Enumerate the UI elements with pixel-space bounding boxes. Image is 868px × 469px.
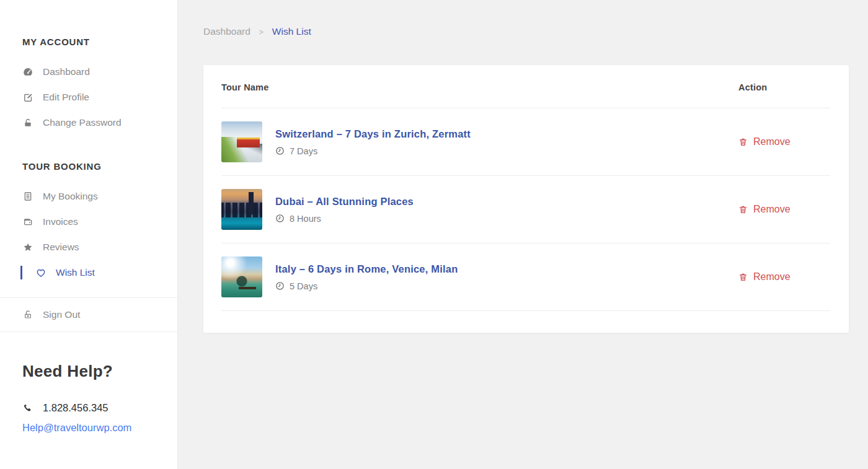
tour-info: Dubai – All Stunning Places 8 Hours — [275, 196, 738, 224]
tour-thumbnail-italy[interactable] — [221, 256, 262, 297]
tour-duration-text: 7 Days — [290, 146, 317, 156]
breadcrumb: Dashboard > Wish List — [203, 26, 849, 37]
remove-button-label: Remove — [753, 136, 790, 147]
account-sidebar: MY ACCOUNT Dashboard Edit Profile Change… — [0, 0, 178, 469]
column-header-action: Action — [738, 82, 830, 92]
star-icon — [22, 242, 33, 253]
sidebar-item-reviews[interactable]: Reviews — [22, 242, 177, 253]
sidebar-divider — [0, 331, 177, 332]
tour-title-link[interactable]: Switzerland – 7 Days in Zurich, Zermatt — [275, 128, 738, 140]
remove-button[interactable]: Remove — [738, 204, 830, 215]
sidebar-item-my-bookings[interactable]: My Bookings — [22, 191, 177, 202]
my-account-nav: Dashboard Edit Profile Change Password — [0, 66, 177, 128]
tour-duration-text: 8 Hours — [290, 214, 321, 224]
breadcrumb-dashboard-link[interactable]: Dashboard — [203, 26, 250, 37]
sidebar-item-label: Dashboard — [43, 66, 90, 77]
wallet-icon — [22, 216, 33, 227]
tour-booking-nav: My Bookings Invoices Reviews Wish List — [0, 191, 177, 278]
tour-duration: 8 Hours — [275, 214, 738, 224]
section-heading-tour-booking: TOUR BOOKING — [22, 161, 177, 172]
lock-icon — [22, 117, 33, 128]
sidebar-item-label: Edit Profile — [43, 92, 89, 103]
clock-icon — [275, 146, 285, 156]
clock-icon — [275, 214, 285, 223]
wishlist-card: Tour Name Action Switzerland – 7 Days in… — [203, 65, 849, 333]
need-help-block: Need Help? 1.828.456.345 Help@traveltour… — [22, 362, 177, 434]
row-action-cell: Remove — [738, 136, 830, 147]
column-header-tour-name: Tour Name — [221, 82, 738, 92]
heart-icon — [35, 267, 46, 278]
sidebar-item-label: Wish List — [56, 267, 95, 278]
breadcrumb-current-page: Wish List — [272, 26, 311, 37]
help-phone-number: 1.828.456.345 — [43, 402, 108, 414]
sidebar-item-label: Reviews — [43, 242, 79, 253]
sidebar-item-label: Invoices — [43, 216, 78, 227]
edit-pencil-icon — [22, 92, 33, 103]
trash-icon — [738, 204, 748, 214]
clock-icon — [275, 281, 285, 291]
remove-button[interactable]: Remove — [738, 271, 830, 283]
section-heading-my-account: MY ACCOUNT — [22, 0, 177, 47]
remove-button-label: Remove — [753, 204, 790, 215]
sidebar-item-label: Sign Out — [43, 309, 80, 320]
trash-icon — [738, 272, 748, 282]
sidebar-item-label: Change Password — [43, 117, 122, 128]
help-phone-row: 1.828.456.345 — [22, 402, 177, 414]
row-action-cell: Remove — [738, 204, 830, 215]
wishlist-row: Dubai – All Stunning Places 8 Hours Remo… — [221, 176, 830, 243]
sidebar-item-invoices[interactable]: Invoices — [22, 216, 177, 227]
dashboard-gauge-icon — [22, 66, 33, 77]
sidebar-item-sign-out[interactable]: Sign Out — [22, 309, 177, 320]
tour-info: Switzerland – 7 Days in Zurich, Zermatt … — [275, 128, 738, 156]
need-help-title: Need Help? — [22, 362, 177, 381]
unlock-icon — [22, 309, 33, 320]
remove-button-label: Remove — [753, 271, 790, 283]
remove-button[interactable]: Remove — [738, 136, 830, 147]
chevron-right-icon: > — [259, 28, 264, 37]
phone-icon — [22, 403, 33, 414]
main-content: Dashboard > Wish List Tour Name Action S… — [178, 0, 868, 469]
tour-title-link[interactable]: Dubai – All Stunning Places — [275, 196, 738, 208]
tour-info: Italy – 6 Days in Rome, Venice, Milan 5 … — [275, 263, 738, 291]
document-icon — [22, 191, 33, 202]
tour-duration: 5 Days — [275, 281, 738, 291]
sidebar-item-edit-profile[interactable]: Edit Profile — [22, 92, 177, 103]
sidebar-item-label: My Bookings — [43, 191, 98, 202]
wishlist-row: Switzerland – 7 Days in Zurich, Zermatt … — [221, 108, 830, 176]
wishlist-row: Italy – 6 Days in Rome, Venice, Milan 5 … — [221, 243, 830, 311]
tour-duration-text: 5 Days — [290, 281, 317, 291]
tour-thumbnail-dubai[interactable] — [221, 189, 262, 230]
tour-duration: 7 Days — [275, 146, 738, 156]
sidebar-item-wish-list[interactable]: Wish List — [22, 267, 177, 278]
help-email-link[interactable]: Help@traveltourwp.com — [22, 422, 131, 434]
sidebar-item-dashboard[interactable]: Dashboard — [22, 66, 177, 77]
row-action-cell: Remove — [738, 271, 830, 283]
tour-title-link[interactable]: Italy – 6 Days in Rome, Venice, Milan — [275, 263, 738, 275]
trash-icon — [738, 137, 748, 147]
tour-thumbnail-switzerland[interactable] — [221, 121, 262, 162]
wishlist-table-header: Tour Name Action — [221, 65, 830, 108]
sidebar-item-change-password[interactable]: Change Password — [22, 117, 177, 128]
